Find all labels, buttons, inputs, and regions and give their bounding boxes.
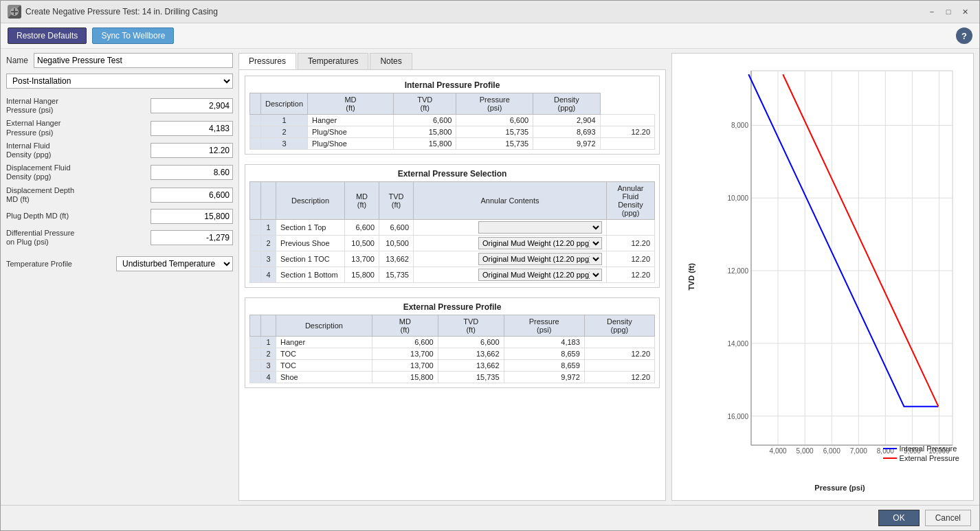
internal-fluid-density-input[interactable] bbox=[151, 143, 233, 158]
internal-fluid-density-label: Internal FluidDensity (ppg) bbox=[6, 142, 151, 159]
title-bar: Create Negative Pressure Test: 14 in. Dr… bbox=[1, 1, 979, 23]
row-num: 1 bbox=[261, 337, 276, 348]
cell-md: 15,800 bbox=[393, 138, 456, 150]
temperature-profile-dropdown[interactable]: Undisturbed Temperature Circulating Temp… bbox=[116, 256, 233, 271]
main-window: Create Negative Pressure Test: 14 in. Dr… bbox=[0, 0, 980, 531]
right-panel: TVD (ft) Pressure (psi) Internal Pressur… bbox=[671, 53, 974, 501]
table-row: 1 Hanger 6,600 6,600 4,183 bbox=[250, 337, 655, 348]
annular-contents-dropdown[interactable]: Original Mud Weight (12.20 ppg) bbox=[478, 237, 602, 249]
annular-contents-dropdown[interactable]: Original Mud Weight (12.20 ppg) bbox=[478, 253, 602, 265]
y-axis-label: TVD (ft) bbox=[687, 263, 695, 291]
cell-density: 12.20 bbox=[607, 251, 655, 267]
arrow-cell bbox=[250, 337, 261, 348]
displacement-depth-input[interactable] bbox=[151, 188, 233, 203]
legend-label-internal: Internal Pressure bbox=[900, 444, 957, 453]
displacement-fluid-density-row: Displacement FluidDensity (ppg) bbox=[6, 163, 233, 181]
internal-pressure-table: Description MD(ft) TVD(ft) Pressure(psi)… bbox=[249, 93, 655, 150]
row-num: 4 bbox=[261, 372, 276, 383]
col-tvd: TVD(ft) bbox=[379, 182, 414, 220]
external-pressure-profile-section: External Pressure Profile Description MD… bbox=[245, 297, 660, 388]
col-num bbox=[261, 315, 276, 337]
svg-text:8,000: 8,000 bbox=[731, 122, 748, 129]
cell-description: TOC bbox=[276, 360, 372, 372]
chart-legend: Internal Pressure External Pressure bbox=[883, 444, 959, 462]
minimize-button[interactable]: − bbox=[924, 5, 939, 18]
cell-md: 15,800 bbox=[345, 267, 379, 283]
external-hanger-pressure-input[interactable] bbox=[151, 121, 233, 136]
cell-description: Section 1 TOC bbox=[276, 251, 345, 267]
col-annular-density: Annular FluidDensity (ppg) bbox=[607, 182, 655, 220]
differential-pressure-input[interactable] bbox=[151, 230, 233, 245]
cell-description: TOC bbox=[276, 348, 372, 360]
table-row: 1 Section 1 Top 6,600 6,600 bbox=[250, 220, 655, 236]
plug-depth-input[interactable] bbox=[151, 209, 233, 224]
internal-hanger-pressure-input[interactable] bbox=[151, 98, 233, 113]
maximize-button[interactable]: □ bbox=[941, 5, 956, 18]
cell-md: 10,500 bbox=[345, 236, 379, 251]
cell-pressure: 9,972 bbox=[504, 372, 584, 383]
arrow-cell bbox=[250, 220, 261, 236]
tab-notes[interactable]: Notes bbox=[370, 53, 412, 69]
row-num: 3 bbox=[261, 138, 308, 150]
external-pressure-profile-title: External Pressure Profile bbox=[249, 302, 655, 312]
legend-label-external: External Pressure bbox=[900, 454, 959, 462]
internal-hanger-pressure-row: Internal HangerPressure (psi) bbox=[6, 97, 233, 115]
table-row: 3 Section 1 TOC 13,700 13,662 Original M… bbox=[250, 251, 655, 267]
tabs: Pressures Temperatures Notes bbox=[238, 53, 666, 70]
cell-density bbox=[600, 138, 654, 150]
cell-density bbox=[584, 360, 654, 372]
sync-to-wellbore-button[interactable]: Sync To Wellbore bbox=[92, 27, 174, 44]
row-num: 1 bbox=[261, 115, 308, 126]
x-axis-label: Pressure (psi) bbox=[717, 484, 963, 492]
annular-contents-dropdown[interactable]: Original Mud Weight (12.20 ppg) bbox=[478, 269, 602, 281]
table-row: 2 Previous Shoe 10,500 10,500 Original M… bbox=[250, 236, 655, 251]
cell-description: Section 1 Bottom bbox=[276, 267, 345, 283]
cell-md: 15,800 bbox=[372, 372, 438, 383]
col-density: Density(ppg) bbox=[584, 315, 654, 337]
cell-annular: Original Mud Weight (12.20 ppg) bbox=[414, 236, 607, 251]
cell-pressure: 8,659 bbox=[504, 348, 584, 360]
name-row: Name bbox=[6, 53, 233, 68]
chart-svg: 4,0005,0006,0007,0008,0009,00010,0008,00… bbox=[717, 64, 963, 466]
displacement-fluid-density-input[interactable] bbox=[151, 165, 233, 180]
col-md: MD(ft) bbox=[308, 93, 394, 115]
cell-tvd: 13,662 bbox=[438, 360, 504, 372]
cell-md: 6,600 bbox=[372, 337, 438, 348]
internal-pressure-section: Internal Pressure Profile Description MD… bbox=[245, 76, 660, 155]
cell-tvd: 6,600 bbox=[438, 337, 504, 348]
cell-tvd: 13,662 bbox=[438, 348, 504, 360]
legend-line-external bbox=[883, 457, 897, 459]
arrow-cell bbox=[250, 126, 261, 138]
cell-tvd: 6,600 bbox=[379, 220, 414, 236]
arrow-cell bbox=[250, 236, 261, 251]
temperature-profile-label: Temperature Profile bbox=[6, 260, 116, 268]
restore-defaults-button[interactable]: Restore Defaults bbox=[8, 27, 87, 44]
cell-pressure: 9,972 bbox=[533, 138, 600, 150]
tab-pressures[interactable]: Pressures bbox=[238, 53, 296, 69]
table-row: 3 Plug/Shoe 15,800 15,735 9,972 bbox=[250, 138, 655, 150]
row-num: 3 bbox=[261, 360, 276, 372]
close-button[interactable]: ✕ bbox=[957, 5, 972, 18]
internal-fluid-density-row: Internal FluidDensity (ppg) bbox=[6, 142, 233, 159]
cell-density: 12.20 bbox=[600, 126, 654, 138]
col-md: MD(ft) bbox=[372, 315, 438, 337]
internal-pressure-title: Internal Pressure Profile bbox=[249, 80, 655, 90]
cell-annular: Original Mud Weight (12.20 ppg) bbox=[414, 251, 607, 267]
cell-tvd: 6,600 bbox=[456, 115, 533, 126]
arrow-col-header bbox=[250, 93, 261, 115]
name-input[interactable] bbox=[34, 53, 233, 68]
svg-text:7,000: 7,000 bbox=[850, 447, 867, 455]
cell-tvd: 15,735 bbox=[379, 267, 414, 283]
cell-description: Hanger bbox=[276, 337, 372, 348]
arrow-cell bbox=[250, 372, 261, 383]
installation-dropdown[interactable]: Post-Installation bbox=[6, 74, 233, 89]
tab-temperatures[interactable]: Temperatures bbox=[298, 53, 368, 69]
ok-button[interactable]: OK bbox=[878, 510, 919, 526]
help-button[interactable]: ? bbox=[956, 27, 972, 44]
cell-tvd: 10,500 bbox=[379, 236, 414, 251]
annular-contents-dropdown[interactable] bbox=[478, 221, 602, 234]
name-label: Name bbox=[6, 56, 28, 65]
app-icon bbox=[8, 5, 21, 19]
cell-annular bbox=[414, 220, 607, 236]
cancel-button[interactable]: Cancel bbox=[925, 510, 971, 526]
